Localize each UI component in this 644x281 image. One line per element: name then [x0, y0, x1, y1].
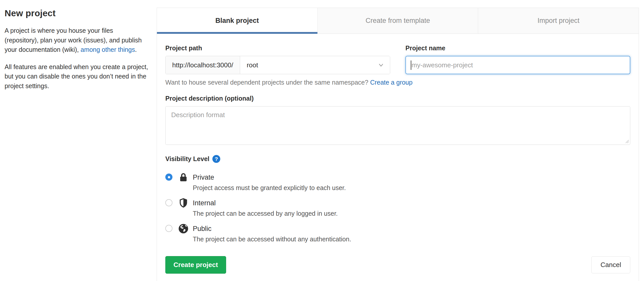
project-path-label: Project path: [165, 44, 390, 52]
tab-bar: Blank project Create from template Impor…: [157, 8, 639, 34]
public-radio[interactable]: [165, 225, 172, 232]
page-title: New project: [5, 8, 147, 18]
project-description-textarea[interactable]: [165, 106, 630, 145]
sidebar-description-2: All features are enabled when you create…: [5, 62, 148, 91]
create-a-group-link[interactable]: Create a group: [370, 79, 413, 86]
among-other-things-link[interactable]: among other things: [81, 46, 135, 53]
public-option-description: The project can be accessed without any …: [193, 236, 351, 243]
private-radio[interactable]: [165, 174, 172, 181]
project-path-group: http://localhost:3000/ root: [165, 56, 390, 74]
project-name-label: Project name: [405, 44, 630, 52]
namespace-hint: Want to house several dependent projects…: [165, 79, 630, 86]
visibility-option-public: Public The project can be accessed witho…: [165, 223, 630, 243]
sidebar: New project A project is where you house…: [5, 8, 157, 281]
internal-radio[interactable]: [165, 199, 172, 206]
namespace-select[interactable]: root: [240, 56, 390, 74]
project-description-label: Project description (optional): [165, 95, 630, 102]
visibility-option-internal: Internal The project can be accessed by …: [165, 198, 630, 217]
chevron-down-icon: [378, 62, 384, 68]
internal-option-description: The project can be accessed by any logge…: [193, 210, 338, 217]
shield-icon: [178, 198, 189, 208]
cancel-button[interactable]: Cancel: [591, 256, 630, 273]
internal-option-label[interactable]: Internal: [193, 198, 338, 208]
tab-blank-project[interactable]: Blank project: [157, 8, 318, 34]
public-option-label[interactable]: Public: [193, 223, 351, 234]
visibility-options: Private Project access must be granted e…: [165, 172, 630, 243]
new-project-panel: Blank project Create from template Impor…: [157, 8, 639, 281]
create-project-button[interactable]: Create project: [165, 256, 226, 274]
blank-project-form: Project path http://localhost:3000/ root…: [157, 34, 639, 281]
sidebar-description-1: A project is where you house your files …: [5, 26, 148, 55]
private-option-description: Project access must be granted explicitl…: [193, 184, 346, 192]
private-option-label[interactable]: Private: [193, 172, 346, 183]
tab-create-from-template[interactable]: Create from template: [318, 8, 478, 34]
visibility-level-label: Visibility Level: [165, 155, 209, 163]
text-caret: [411, 60, 411, 70]
globe-icon: [178, 223, 189, 234]
new-project-page: New project A project is where you house…: [0, 0, 644, 281]
tab-import-project[interactable]: Import project: [478, 8, 639, 34]
project-name-input[interactable]: [405, 56, 630, 74]
namespace-hint-text: Want to house several dependent projects…: [165, 79, 368, 86]
help-icon[interactable]: ?: [212, 155, 220, 163]
sidebar-description-1-period: .: [135, 46, 137, 53]
namespace-selected-value: root: [247, 61, 258, 69]
visibility-option-private: Private Project access must be granted e…: [165, 172, 630, 192]
lock-icon: [178, 172, 189, 183]
url-prefix-addon: http://localhost:3000/: [166, 56, 240, 74]
resize-handle-icon[interactable]: [625, 139, 629, 144]
